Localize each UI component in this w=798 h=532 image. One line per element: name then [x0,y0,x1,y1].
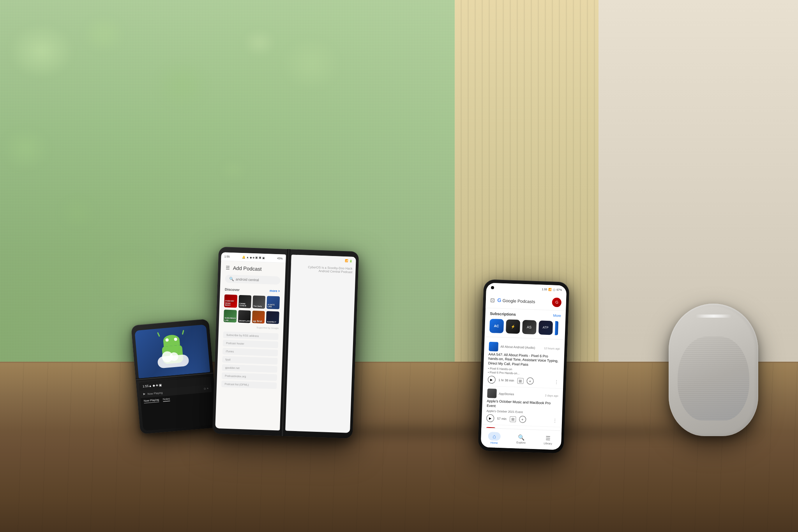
flip-tab-nowplaying[interactable]: Now Playing [144,398,159,403]
pixel-subs-title: Subscriptions [490,311,516,316]
pixel-more-button[interactable]: More [553,314,561,318]
pixel-episode-1[interactable]: All About Android (Audio) 12 hours ago A… [483,339,565,389]
fold-search-icon: 🔍 [229,277,234,281]
podcast-thumb-3[interactable]: The Daily [252,296,266,309]
pixel-ep2-play[interactable]: ▶ [486,414,494,422]
pixel-nav-library-label: Library [544,442,552,445]
podcast-thumb-7[interactable]: up first [252,311,265,324]
podcast-thumb-2[interactable]: CRIMEJUNKIE [238,295,252,308]
flip-tab-notes[interactable]: Notes [163,397,170,402]
pixel-ep2-queue-icon[interactable]: ⊞ [510,416,516,422]
podcast-thumb-5[interactable]: SUBURBAN LAB [224,310,237,323]
pixel-ep2-more-vert[interactable]: ⋮ [553,418,557,423]
pixel-signal: 📶 [548,288,552,291]
pixel-nav-explore[interactable]: 🔍 Explore [508,434,535,444]
background [0,0,798,532]
fold-time: 1:55 [224,255,230,258]
pixel-ep1-duration: 1 hr 38 min [498,378,514,382]
pixel-ep2-header: AppStories 2 days ago [487,389,559,400]
fold-input-gpodder[interactable]: gpodder.net [222,364,277,373]
podcast-thumb-4[interactable]: A DATE LINE [267,296,280,309]
pixel-camera [491,286,494,289]
fold-discover-more[interactable]: more > [270,289,280,293]
podcast-label-5: SUBURBAN LAB [224,317,236,322]
fold-discover-label: Discover [225,288,240,292]
podcast-label-3: The Daily [253,306,265,308]
samsung-galaxy-z-flip: 1:55 ▲ ◆ ◈ ▣ ▶ Now Playing ⊙ ≡ Now Playi… [131,318,218,434]
fold-body: 1:55 🔔 ▲ ◆ ◈ ▣ ▣ ▣ 43% ☰ Add Podcast 🔍 a… [212,247,359,438]
podcast-label-7: up first [253,320,264,323]
pixel-home-icon: ⌂ [493,433,496,440]
fold-podcast-grid-row1: OVER MYDEAD BODY CRIMEJUNKIE The Daily A… [219,293,284,311]
pixel-sub-icon-2[interactable]: ⚡ [506,319,520,334]
pixel-ep2-time: 2 days ago [545,394,558,397]
samsung-galaxy-z-fold: 1:55 🔔 ▲ ◆ ◈ ▣ ▣ ▣ 43% ☰ Add Podcast 🔍 a… [212,247,359,438]
pixel-explore-icon: 🔍 [518,434,525,441]
podcast-label-6: SMARTLESS [238,320,250,322]
pixel-logo: G Google Podcasts [497,297,535,304]
podcast-thumb-1[interactable]: OVER MYDEAD BODY [224,295,237,308]
fold-battery: 43% [277,257,282,260]
pixel-google-g: G [497,297,501,303]
pixel-battery: 67% [556,288,562,291]
pixel-ep2-icon [487,389,497,398]
pixel-ep2-queue: ⊞ [510,416,516,422]
fold-input-epics[interactable]: iTunes [222,348,278,357]
podcast-thumb-8[interactable]: SUSPECT [266,311,279,324]
pixel-episode-2[interactable]: AppStories 2 days ago Apple's October Mu… [481,386,563,428]
fold-right-signal: 📶 🔋 [345,260,353,263]
flip-now-playing-label: Now Playing [147,391,162,395]
flip-body: 1:55 ▲ ◆ ◈ ▣ ▶ Now Playing ⊙ ≡ Now Playi… [131,318,218,434]
android-head [163,334,180,346]
pixel-library-icon: ☰ [546,435,551,442]
fold-input-rss[interactable]: Subscribe by RSS address [223,332,278,340]
pixel-nav-explore-label: Explore [516,441,526,444]
flip-icons: ▲ ◆ ◈ ▣ [148,383,162,387]
pixel-ep2-duration: 57 min [497,417,507,421]
pixel-ep1-add[interactable]: + [526,378,534,385]
pixel-queue-icon[interactable]: ⊞ [517,378,524,384]
android-cloud [157,354,189,368]
fold-right-panel: 📶 🔋 CyberOS is a Scooby-Doo HackAndroid … [285,255,356,433]
fold-input-fyyd[interactable]: fyyd [222,356,277,365]
fold-podcast-grid-row2: SUBURBAN LAB SMARTLESS up first SUSPECT [219,309,284,325]
pixel-ep1-controls: ▶ 1 hr 38 min ⊞ + ⋮ [487,376,559,386]
fold-menu-icon[interactable]: ☰ [225,265,230,271]
pixel-ep1-header: All About Android (Audio) 12 hours ago [489,342,560,353]
pixel-ep1-more-vert[interactable]: ⋮ [554,379,559,385]
fold-status-icons: 🔔 ▲ ◆ ◈ ▣ ▣ ▣ [242,256,265,260]
pixel-sub-icon-4[interactable]: ATP [538,320,553,335]
pixel-nav-home[interactable]: ⌂ Home [481,432,508,445]
pixel-cast-area: ⊡ G Google Podcasts [490,297,535,305]
pixel-sub-icon-1[interactable]: AC [489,319,504,333]
flip-top-screen [135,324,210,378]
pixel-ep1-title: AAA 547: All About Pixels - Pixel 6 Pro … [488,352,560,368]
pixel-time: 1:55 [542,288,547,291]
pixel-bottom-nav: ⌂ Home 🔍 Explore ☰ Library [480,428,561,450]
pixel-nav-home-pill: ⌂ [488,432,501,441]
pixel-sub-icon-3[interactable]: AS [522,320,537,334]
pixel-cast-icon[interactable]: ⊡ [490,297,495,303]
pixel-subs-scroll: AC ⚡ AS ATP [485,317,566,337]
pixel-avatar[interactable]: G [552,298,562,308]
pixel-ep1-time: 12 hours ago [544,347,560,350]
fold-search-bar[interactable]: 🔍 android central [225,275,280,285]
fold-input-podcastindex[interactable]: Podcastindex.org [222,373,277,381]
fold-right-more: CyberOS is a Scooby-Doo HackAndroid Cent… [291,263,355,276]
podcast-thumb-6[interactable]: SMARTLESS [238,310,251,323]
google-pixel-phone: 1:55 📶 ⬡ 67% ⊡ G Google Podcasts [478,279,569,454]
flip-time: 1:55 [143,384,149,388]
scene: 1:55 ▲ ◆ ◈ ▣ ▶ Now Playing ⊙ ≡ Now Playi… [0,0,798,532]
pixel-nav-library[interactable]: ☰ Library [535,435,562,445]
flip-bottom-screen: 1:55 ▲ ◆ ◈ ▣ ▶ Now Playing ⊙ ≡ Now Playi… [139,376,215,431]
pixel-ep1-play[interactable]: ▶ [487,376,496,384]
pixel-ep2-add[interactable]: + [519,416,526,423]
fold-input-opml[interactable]: Podcast list (OPML) [221,381,277,389]
fold-search-text: android central [236,277,259,282]
fold-input-host[interactable]: Podcast hoster [223,340,278,348]
pixel-body: 1:55 📶 ⬡ 67% ⊡ G Google Podcasts [478,279,569,454]
speaker-body [669,304,758,436]
podcast-label-4: A DATE LINE [267,304,279,308]
android-mascot [154,332,192,371]
fold-left-panel: 1:55 🔔 ▲ ◆ ◈ ▣ ▣ ▣ 43% ☰ Add Podcast 🔍 a… [215,253,286,431]
